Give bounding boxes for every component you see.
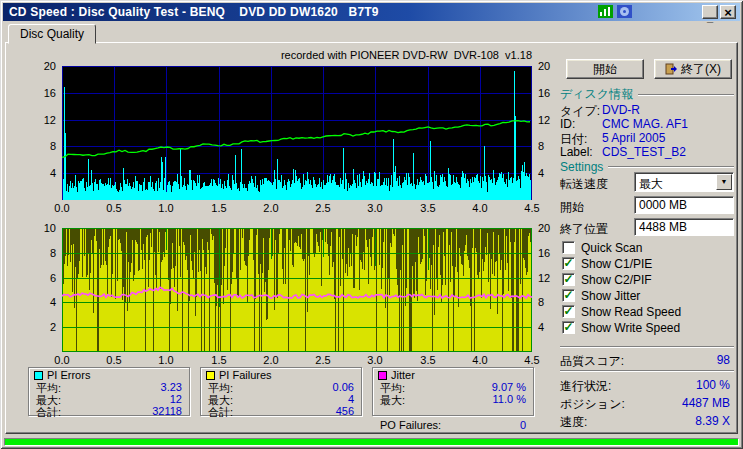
speed-value: 8.39 X	[695, 414, 730, 428]
pi-errors-swatch	[34, 371, 43, 380]
pi-failures-stats-title: PI Failures	[219, 369, 272, 381]
chevron-down-icon[interactable]: ▼	[716, 174, 732, 190]
pi-errors-chart	[62, 66, 532, 200]
disc-info-row-label: Label: CDS_TEST_B2	[560, 145, 734, 159]
checkbox-box[interactable]	[562, 241, 575, 254]
disc-info-header: ディスク情報	[560, 86, 734, 103]
stat-value: 32118	[152, 405, 182, 416]
po-failures-label: PO Failures:	[380, 419, 441, 431]
disc-info-row-id: ID: CMC MAG. AF1	[560, 117, 734, 131]
start-position-input[interactable]	[634, 196, 734, 214]
minimize-button[interactable]: _	[702, 5, 718, 19]
side-panel: 開始 終了(X) ディスク情報 タイプ: DVD-R ID: CMC MAG. …	[558, 46, 736, 432]
row-value: CDS_TEST_B2	[602, 145, 686, 159]
stat-label: 最大:	[208, 393, 233, 404]
row-value: 5 April 2005	[602, 131, 665, 145]
checkbox-show-c2-pif[interactable]: ✓ Show C2/PIF	[562, 273, 734, 287]
jitter-swatch	[378, 371, 387, 380]
graph-icon-svg	[598, 5, 613, 18]
checkbox-label: Show C2/PIF	[581, 273, 652, 287]
checkbox-show-c1-pie[interactable]: ✓ Show C1/PIE	[562, 257, 734, 271]
stat-label: 平均:	[380, 381, 405, 392]
position-value: 4487 MB	[682, 396, 730, 410]
checkbox-box[interactable]: ✓	[562, 305, 575, 318]
row-label: Label:	[560, 145, 593, 159]
jitter-stats-box: Jitter 平均:9.07 % 最大:11.0 %	[372, 367, 534, 416]
pi-failures-stats-box: PI Failures 平均:0.06 最大:4 合計:456	[200, 367, 362, 416]
stat-label: 合計:	[36, 405, 61, 416]
transfer-rate-select[interactable]: 最大 ▼	[634, 172, 734, 192]
progress-bar	[4, 438, 739, 446]
start-button[interactable]: 開始	[566, 59, 644, 79]
stat-label: 最大:	[380, 393, 405, 404]
graph-icon[interactable]	[597, 5, 613, 19]
progress-bar-fill	[5, 439, 738, 445]
row-value: DVD-R	[602, 103, 640, 117]
divider	[638, 94, 734, 96]
row-label: ID:	[560, 117, 575, 131]
quality-score-row: 品質スコア: 98	[560, 353, 734, 367]
exit-icon	[665, 63, 677, 75]
progress-value: 100 %	[696, 378, 730, 392]
chart1-right-axis: 48121620	[536, 66, 560, 200]
window-title: CD Speed : Disc Quality Test - BENQ DVD …	[9, 5, 379, 19]
row-value: CMC MAG. AF1	[602, 117, 688, 131]
divider	[560, 346, 734, 348]
exit-button[interactable]: 終了(X)	[654, 59, 732, 79]
recorded-note: recorded with PIONEER DVD-RW DVR-108 v1.…	[200, 49, 532, 61]
stat-label: 平均:	[36, 381, 61, 392]
stat-value: 0.06	[333, 381, 354, 392]
checkbox-show-jitter[interactable]: ✓ Show Jitter	[562, 289, 734, 303]
pi-failures-jitter-chart	[62, 228, 532, 352]
checkbox-label: Show C1/PIE	[581, 257, 652, 271]
chart1-x-axis: 0.00.51.01.52.02.53.03.54.04.5	[62, 202, 532, 214]
pi-errors-stats-box: PI Errors 平均:3.23 最大:12 合計:32118	[28, 367, 190, 416]
speed-row: 速度: 8.39 X	[560, 414, 734, 428]
checkbox-show-write-speed[interactable]: ✓ Show Write Speed	[562, 321, 734, 335]
checkbox-label: Show Write Speed	[581, 321, 680, 335]
disc-info-header-label: ディスク情報	[560, 86, 633, 103]
jitter-stats-title: Jitter	[391, 369, 415, 381]
position-label: ポジション:	[560, 396, 625, 413]
transfer-rate-value: 最大	[639, 176, 663, 193]
quality-score-value: 98	[717, 353, 730, 367]
transfer-rate-label: 転送速度	[560, 176, 608, 193]
checkbox-box[interactable]: ✓	[562, 257, 575, 270]
progress-label: 進行状況:	[560, 378, 611, 395]
stat-value: 9.07 %	[492, 381, 526, 392]
settings-header-label: Settings	[560, 160, 603, 174]
checkbox-label: Show Jitter	[581, 289, 640, 303]
title-bar: CD Speed : Disc Quality Test - BENQ DVD …	[3, 3, 740, 21]
disc-info-row-type: タイプ: DVD-R	[560, 103, 734, 117]
close-button[interactable]: ×	[720, 5, 736, 19]
stat-label: 合計:	[208, 405, 233, 416]
divider	[608, 166, 734, 168]
chart2-right-axis: 48121620	[536, 228, 560, 352]
checkbox-box[interactable]: ✓	[562, 273, 575, 286]
stat-label: 平均:	[208, 381, 233, 392]
end-position-label: 終了位置	[560, 221, 608, 238]
exit-button-label: 終了(X)	[681, 61, 721, 78]
disc-icon[interactable]	[616, 5, 632, 19]
disc-info-row-date: 日付: 5 April 2005	[560, 131, 734, 145]
checkbox-label: Quick Scan	[581, 241, 642, 255]
close-glyph: ×	[721, 7, 735, 18]
stat-value: 11.0 %	[493, 393, 526, 404]
checkbox-quick-scan[interactable]: Quick Scan	[562, 241, 734, 255]
stat-value: 456	[336, 405, 354, 416]
chart2-x-axis: 0.00.51.01.52.02.53.03.54.04.5	[62, 354, 532, 366]
quality-score-label: 品質スコア:	[560, 353, 624, 370]
end-position-input[interactable]	[634, 218, 734, 236]
chart2-left-axis: 246810	[34, 228, 58, 352]
checkbox-box[interactable]: ✓	[562, 289, 575, 302]
progress-row: 進行状況: 100 %	[560, 378, 734, 392]
checkbox-show-read-speed[interactable]: ✓ Show Read Speed	[562, 305, 734, 319]
po-failures-row: PO Failures: 0	[380, 419, 526, 431]
stat-value: 12	[170, 393, 182, 404]
stat-value: 4	[348, 393, 354, 404]
divider	[560, 370, 734, 372]
checkbox-box[interactable]: ✓	[562, 321, 575, 334]
stat-value: 3.23	[161, 381, 182, 392]
tab-disc-quality[interactable]: Disc Quality	[8, 24, 96, 44]
disc-icon-svg	[617, 5, 632, 18]
